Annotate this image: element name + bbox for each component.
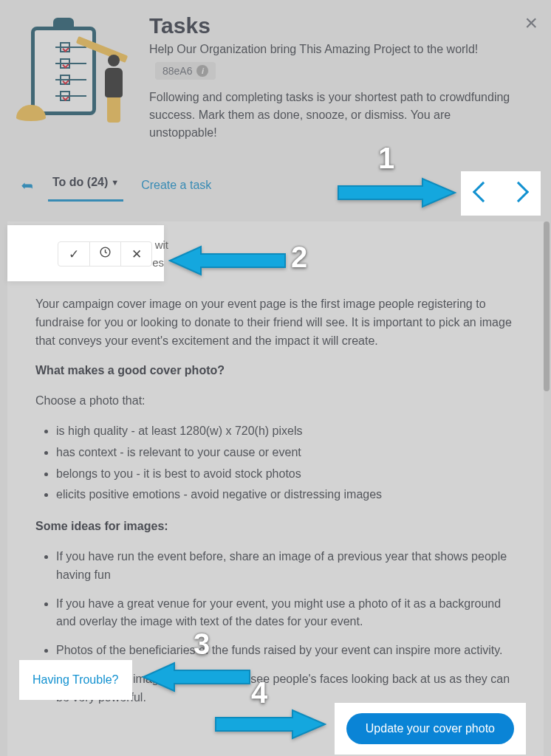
partial-text: es bbox=[152, 256, 164, 269]
next-task-button[interactable] bbox=[511, 185, 526, 202]
chevron-right-icon bbox=[508, 182, 529, 202]
scrollbar-thumb[interactable] bbox=[544, 221, 550, 391]
scrollbar[interactable] bbox=[544, 221, 550, 746]
list-item: If you have run the event before, share … bbox=[56, 548, 516, 585]
good-photo-list: is high quality - at least 1280(w) x 720… bbox=[35, 422, 516, 504]
content-choose: Choose a photo that: bbox=[35, 392, 516, 410]
having-trouble-box: Having Trouble? bbox=[19, 660, 132, 700]
list-item: has context - is relevant to your cause … bbox=[56, 444, 516, 462]
chevron-left-icon bbox=[473, 182, 493, 202]
content-intro: Your campaign cover image on your event … bbox=[35, 295, 516, 350]
clock-icon bbox=[99, 246, 112, 262]
list-item: elicits positive emotions - avoid negati… bbox=[56, 486, 516, 504]
campaign-code-pill: 88eA6 i bbox=[155, 62, 216, 80]
check-icon: ✓ bbox=[69, 247, 79, 262]
snooze-button[interactable] bbox=[89, 242, 120, 266]
heading-good-cover: What makes a good cover photo? bbox=[35, 364, 225, 377]
caret-down-icon: ▼ bbox=[111, 178, 119, 187]
tab-todo-label: To do (24) bbox=[52, 176, 108, 189]
task-nav-arrows bbox=[461, 171, 541, 216]
page-title: Tasks bbox=[149, 13, 538, 38]
list-item: Photos of the beneficiaries of the funds… bbox=[56, 642, 516, 660]
page-blurb: Following and completing tasks is your s… bbox=[149, 89, 519, 142]
heading-ideas: Some ideas for images: bbox=[35, 520, 168, 532]
list-item: If you have a great venue for your event… bbox=[56, 595, 516, 632]
create-task-link[interactable]: Create a task bbox=[138, 171, 214, 199]
task-action-popover: ✓ ✕ wit es bbox=[7, 225, 164, 281]
tab-todo[interactable]: To do (24) ▼ bbox=[48, 168, 123, 202]
dismiss-button[interactable]: ✕ bbox=[120, 242, 151, 266]
list-item: is high quality - at least 1280(w) x 720… bbox=[56, 422, 516, 441]
tasks-illustration bbox=[13, 13, 131, 124]
update-cover-photo-button[interactable]: Update your cover photo bbox=[346, 713, 514, 744]
list-item: belongs to you - it is best to avoid sto… bbox=[56, 465, 516, 484]
cta-wrap: Update your cover photo bbox=[335, 703, 526, 755]
prev-task-button[interactable] bbox=[476, 185, 490, 202]
page-header: Tasks Help Our Organization bring This A… bbox=[0, 13, 551, 142]
info-icon[interactable]: i bbox=[196, 65, 208, 77]
page-subtitle: Help Our Organization bring This Amazing… bbox=[149, 43, 538, 56]
campaign-code: 88eA6 bbox=[162, 65, 192, 77]
having-trouble-link[interactable]: Having Trouble? bbox=[32, 673, 119, 686]
reply-icon[interactable]: ➦ bbox=[21, 176, 33, 194]
close-icon[interactable]: × bbox=[524, 10, 538, 35]
partial-text: wit bbox=[155, 238, 168, 251]
x-icon: ✕ bbox=[131, 247, 142, 262]
mark-done-button[interactable]: ✓ bbox=[58, 242, 89, 266]
